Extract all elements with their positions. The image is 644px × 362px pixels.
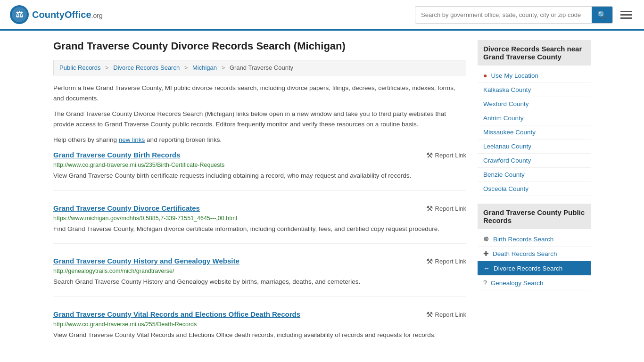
record-item-2: Grand Traverse County History and Geneal…	[53, 257, 466, 297]
sidebar-county-3[interactable]: Missaukee County	[478, 125, 591, 140]
report-label-2: Report Link	[435, 258, 466, 265]
report-icon-0: ⚒	[426, 151, 433, 160]
record-desc-0: View Grand Traverse County birth certifi…	[53, 171, 466, 181]
menu-line-3	[620, 17, 632, 19]
breadcrumb: Public Records > Divorce Records Search …	[53, 60, 466, 75]
breadcrumb-public-records[interactable]: Public Records	[59, 64, 100, 71]
sidebar-county-4[interactable]: Leelanau County	[478, 140, 591, 154]
pr-link-2[interactable]: Divorce Records Search	[494, 265, 562, 272]
record-link-0[interactable]: Grand Traverse County Birth Records	[53, 151, 180, 159]
record-url-2[interactable]: http://genealogytrails.com/mich/grandtra…	[53, 268, 466, 274]
county-link-7[interactable]: Osceola County	[483, 185, 528, 192]
report-link-3[interactable]: ⚒ Report Link	[426, 310, 466, 319]
county-link-2[interactable]: Antrim County	[483, 115, 524, 122]
description-3: Help others by sharing new links and rep…	[53, 135, 466, 145]
breadcrumb-sep-3: >	[222, 64, 225, 71]
sidebar: Divorce Records Search near Grand Traver…	[478, 40, 591, 362]
menu-button[interactable]	[618, 8, 635, 22]
sidebar-pr-1[interactable]: ✚ Death Records Search	[478, 247, 591, 261]
sidebar-nearby-section: Divorce Records Search near Grand Traver…	[478, 40, 591, 196]
main-content: Grand Traverse County Divorce Records Se…	[53, 40, 466, 362]
report-icon-3: ⚒	[426, 310, 433, 319]
record-url-1[interactable]: https://www.michigan.gov/mdhhs/0,5885,7-…	[53, 215, 466, 222]
sidebar-county-2[interactable]: Antrim County	[478, 111, 591, 125]
breadcrumb-michigan[interactable]: Michigan	[192, 64, 217, 71]
pr-icon-2: ↔	[483, 264, 490, 272]
sidebar-county-7[interactable]: Osceola County	[478, 182, 591, 196]
report-icon-1: ⚒	[426, 204, 433, 213]
records-list: Grand Traverse County Birth Records ⚒ Re…	[53, 151, 466, 349]
pr-link-0[interactable]: Birth Records Search	[493, 236, 553, 243]
report-label-0: Report Link	[435, 152, 466, 159]
record-desc-2: Search Grand Traverse County History and…	[53, 277, 466, 287]
county-link-6[interactable]: Benzie County	[483, 171, 525, 178]
pr-link-3[interactable]: Genealogy Search	[491, 280, 544, 287]
svg-text:⚖: ⚖	[16, 10, 23, 19]
record-desc-1: Find Grand Traverse County, Michigan div…	[53, 224, 466, 234]
location-icon: ●	[483, 72, 487, 79]
record-item-0: Grand Traverse County Birth Records ⚒ Re…	[53, 151, 466, 191]
sidebar-county-0[interactable]: Kalkaska County	[478, 83, 591, 97]
breadcrumb-sep-1: >	[105, 64, 109, 71]
county-link-0[interactable]: Kalkaska County	[483, 86, 531, 93]
pr-icon-3: ?	[483, 279, 487, 287]
report-label-1: Report Link	[435, 205, 466, 212]
pr-icon-0: ☸	[483, 235, 489, 243]
new-links-link[interactable]: new links	[119, 136, 145, 143]
use-my-location-link[interactable]: Use My Location	[491, 72, 538, 79]
breadcrumb-divorce-records-search[interactable]: Divorce Records Search	[113, 64, 180, 71]
record-item-3: Grand Traverse County Vital Records and …	[53, 310, 466, 350]
search-button[interactable]: 🔍	[592, 7, 612, 23]
record-link-1[interactable]: Grand Traverse County Divorce Certificat…	[53, 204, 200, 212]
menu-line-1	[620, 11, 632, 12]
breadcrumb-current: Grand Traverse County	[230, 64, 293, 71]
sidebar-county-6[interactable]: Benzie County	[478, 168, 591, 182]
sidebar-nearby-header: Divorce Records Search near Grand Traver…	[478, 40, 591, 66]
report-link-0[interactable]: ⚒ Report Link	[426, 151, 466, 160]
breadcrumb-sep-2: >	[184, 64, 188, 71]
desc3-pre: Help others by sharing	[53, 136, 119, 143]
search-input[interactable]	[415, 8, 592, 22]
county-link-4[interactable]: Leelanau County	[483, 143, 531, 150]
search-bar: 🔍	[415, 6, 613, 24]
logo-icon: ⚖	[9, 5, 29, 25]
sidebar-public-records-header: Grand Traverse County Public Records	[478, 204, 591, 229]
pr-link-1[interactable]: Death Records Search	[493, 250, 557, 257]
sidebar-pr-0[interactable]: ☸ Birth Records Search	[478, 232, 591, 247]
menu-line-2	[620, 14, 632, 16]
logo-area[interactable]: ⚖ CountyOffice.org	[9, 5, 103, 25]
logo-text: CountyOffice.org	[32, 9, 103, 20]
record-link-3[interactable]: Grand Traverse County Vital Records and …	[53, 310, 300, 318]
sidebar-pr-3[interactable]: ? Genealogy Search	[478, 276, 591, 290]
report-link-1[interactable]: ⚒ Report Link	[426, 204, 466, 213]
report-icon-2: ⚒	[426, 257, 433, 266]
record-url-3[interactable]: http://www.co.grand-traverse.mi.us/255/D…	[53, 321, 466, 328]
record-title-2: Grand Traverse County History and Geneal…	[53, 257, 239, 265]
site-header: ⚖ CountyOffice.org 🔍	[0, 0, 644, 31]
record-item-1: Grand Traverse County Divorce Certificat…	[53, 204, 466, 244]
record-url-0[interactable]: http://www.co.grand-traverse.mi.us/235/B…	[53, 162, 466, 168]
report-link-2[interactable]: ⚒ Report Link	[426, 257, 466, 266]
header-right: 🔍	[415, 6, 635, 24]
sidebar-county-1[interactable]: Wexford County	[478, 97, 591, 111]
public-records-list: ☸ Birth Records Search ✚ Death Records S…	[478, 232, 591, 290]
desc3-post: and reporting broken links.	[145, 136, 222, 143]
nearby-counties-list: Kalkaska CountyWexford CountyAntrim Coun…	[478, 83, 591, 196]
record-link-2[interactable]: Grand Traverse County History and Geneal…	[53, 257, 239, 265]
report-label-3: Report Link	[435, 311, 466, 318]
sidebar-pr-2[interactable]: ↔ Divorce Records Search	[478, 261, 591, 276]
sidebar-use-location[interactable]: ● Use My Location	[478, 68, 591, 83]
sidebar-county-5[interactable]: Crawford County	[478, 154, 591, 168]
page-title: Grand Traverse County Divorce Records Se…	[53, 40, 466, 52]
record-title-0: Grand Traverse County Birth Records	[53, 151, 180, 159]
pr-icon-1: ✚	[483, 250, 489, 257]
description-2: The Grand Traverse County Divorce Record…	[53, 109, 466, 129]
main-container: Grand Traverse County Divorce Records Se…	[44, 31, 600, 362]
county-link-3[interactable]: Missaukee County	[483, 129, 536, 136]
record-title-3: Grand Traverse County Vital Records and …	[53, 310, 300, 318]
county-link-5[interactable]: Crawford County	[483, 157, 531, 164]
county-link-1[interactable]: Wexford County	[483, 100, 529, 107]
sidebar-public-records-section: Grand Traverse County Public Records ☸ B…	[478, 204, 591, 290]
record-desc-3: View Grand Traverse County Vital Records…	[53, 330, 466, 340]
record-title-1: Grand Traverse County Divorce Certificat…	[53, 204, 200, 212]
